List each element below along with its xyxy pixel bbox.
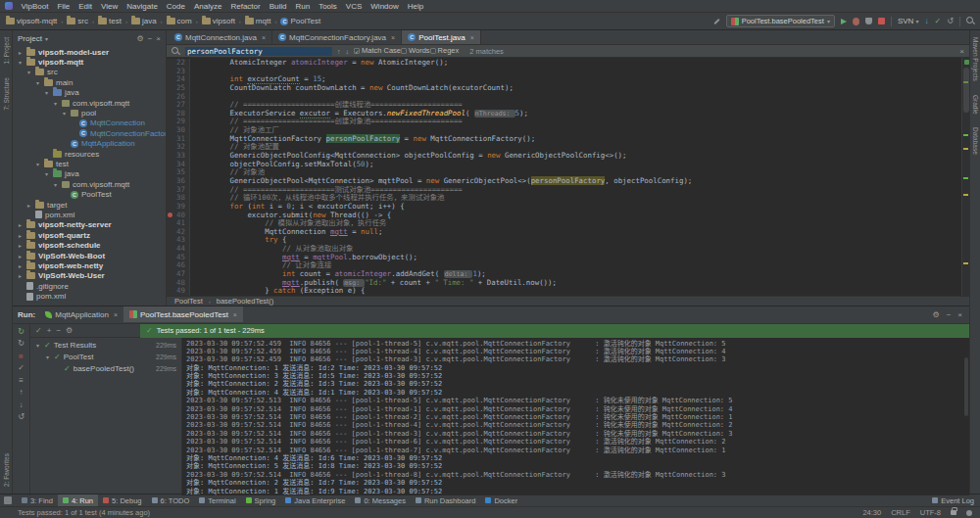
- tree-toggle-icon[interactable]: ▸: [17, 232, 24, 239]
- tree-toggle-icon[interactable]: ▾: [44, 353, 51, 360]
- scrollbar-thumb[interactable]: [963, 68, 969, 113]
- toolwindow-button-todo[interactable]: 6: TODO: [147, 494, 195, 506]
- toolwindow-button-find[interactable]: 3: Find: [17, 494, 58, 506]
- stop-button[interactable]: [878, 18, 885, 24]
- menu-item-refactor[interactable]: Refactor: [226, 2, 265, 11]
- tree-toggle-icon[interactable]: ▾: [43, 89, 50, 96]
- collapse-all-icon[interactable]: −: [56, 326, 61, 335]
- code-area[interactable]: 22 AtomicInteger atomicInteger = new Ato…: [167, 58, 961, 296]
- tree-item-VipSoft-Web-Boot[interactable]: ▸VipSoft-Web-Boot: [13, 251, 166, 260]
- close-tab-icon[interactable]: ×: [114, 311, 118, 318]
- stop-icon[interactable]: ■: [19, 352, 24, 360]
- tree-item-vipsoft-mqtt[interactable]: ▾vipsoft-mqtt: [13, 57, 166, 67]
- tree-item-java[interactable]: ▾java: [13, 88, 166, 98]
- tree-item-pom.xml[interactable]: pom.xml: [13, 291, 166, 301]
- search-everywhere-icon[interactable]: [966, 17, 975, 25]
- tree-item-vipsoft-web-netty[interactable]: ▸vipsoft-web-netty: [13, 260, 166, 270]
- test-tree-item-basePooledTest[interactable]: ✓basePooledTest()229ms: [30, 363, 181, 375]
- tree-item-MqttApplication[interactable]: CMqttApplication: [13, 139, 166, 149]
- minimize-panel-icon[interactable]: −: [947, 310, 952, 319]
- tree-item-pool[interactable]: ▾pool: [13, 108, 166, 118]
- stripe-button-Project[interactable]: 1: Project: [3, 30, 10, 71]
- tree-item-resources[interactable]: resources: [13, 149, 166, 159]
- toolwindow-button-javaenterprise[interactable]: Java Enterprise: [280, 494, 350, 506]
- tree-item-src[interactable]: ▾src: [13, 68, 166, 77]
- breadcrumb-basePooledTest[interactable]: basePooledTest(): [217, 297, 273, 306]
- prev-match-icon[interactable]: ↑: [337, 48, 341, 55]
- search-option-match-case[interactable]: ✓Match Case: [354, 46, 401, 55]
- menu-item-navigate[interactable]: Navigate: [122, 2, 163, 11]
- debug-button[interactable]: [853, 18, 859, 25]
- tree-item-MqttConnectionFactory[interactable]: CMqttConnectionFactory: [13, 128, 166, 138]
- test-tree-item-TestResults[interactable]: ▾✓Test Results229ms: [30, 340, 181, 352]
- tree-item-vipsoft-model-user[interactable]: ▸vipsoft-model-user: [13, 47, 166, 57]
- vcs-update-icon[interactable]: ↓: [925, 17, 929, 25]
- lock-icon[interactable]: [951, 510, 956, 515]
- expand-all-icon[interactable]: +: [47, 326, 52, 335]
- project-tree[interactable]: ▸vipsoft-model-user▾vipsoft-mqtt▾src▾mai…: [13, 46, 166, 306]
- close-tab-icon[interactable]: ×: [233, 311, 237, 318]
- menu-item-help[interactable]: Help: [403, 2, 427, 11]
- line-number[interactable]: 49: [167, 287, 190, 296]
- caret-position[interactable]: 24:30: [862, 508, 881, 517]
- run-button[interactable]: [841, 19, 847, 24]
- tree-item-target[interactable]: ▸target: [13, 200, 166, 210]
- sort-icon[interactable]: ≡: [19, 376, 24, 385]
- menu-item-file[interactable]: File: [53, 2, 74, 11]
- menu-item-vipboot[interactable]: VipBoot: [17, 2, 53, 11]
- tree-item-PoolTest[interactable]: CPoolTest: [13, 189, 166, 199]
- menu-item-code[interactable]: Code: [162, 2, 189, 11]
- editor-tab-MqttConnectionFactory.java[interactable]: CMqttConnectionFactory.java×: [272, 30, 402, 44]
- menu-item-tools[interactable]: Tools: [315, 2, 342, 11]
- tree-toggle-icon[interactable]: ▾: [52, 181, 59, 188]
- tree-item-VipSoft-Web-User[interactable]: ▸VipSoft-Web-User: [13, 271, 166, 281]
- test-tree[interactable]: ▾✓Test Results229ms▾✓PoolTest229ms✓baseP…: [30, 338, 182, 495]
- close-panel-icon[interactable]: ×: [957, 310, 962, 319]
- history-icon[interactable]: ↺: [18, 412, 24, 421]
- breadcrumb-mqtt[interactable]: mqtt: [244, 17, 272, 25]
- tree-toggle-icon[interactable]: ▸: [17, 262, 24, 269]
- build-icon[interactable]: [712, 18, 720, 25]
- toolwindow-button-rundashboard[interactable]: Run Dashboard: [411, 494, 481, 506]
- tree-item-vipsoft-netty-server[interactable]: ▸vipsoft-netty-server: [13, 220, 166, 230]
- stripe-button-Gradle[interactable]: Gradle: [972, 88, 979, 121]
- breadcrumb-src[interactable]: src: [66, 17, 89, 25]
- event-log-button[interactable]: Event Log: [932, 496, 976, 505]
- collapse-all-icon[interactable]: −: [148, 34, 153, 43]
- tree-item-java[interactable]: ▾java: [13, 169, 166, 179]
- console-output[interactable]: 2023-03-30 09:57:52.459 INFO 84656 --- […: [182, 338, 969, 495]
- breadcrumb-PoolTest[interactable]: CPoolTest: [279, 17, 321, 25]
- hide-panel-icon[interactable]: ×: [156, 34, 161, 43]
- close-tab-icon[interactable]: ×: [391, 34, 395, 41]
- tree-item-com.vipsoft.mqtt[interactable]: ▾com.vipsoft.mqtt: [13, 179, 166, 189]
- tree-item-.gitignore[interactable]: .gitignore: [13, 281, 166, 291]
- prev-failed-icon[interactable]: ↑: [20, 388, 24, 397]
- tree-item-pom.xml[interactable]: pom.xml: [13, 210, 166, 219]
- editor-scrollbar[interactable]: [961, 58, 969, 296]
- tree-item-vipsoft-quartz[interactable]: ▸vipsoft-quartz: [13, 230, 166, 240]
- stripe-button-Database[interactable]: Database: [972, 120, 979, 162]
- settings-gear-icon[interactable]: ⚙: [136, 34, 143, 43]
- tree-item-com.vipsoft.mqtt[interactable]: ▾com.vipsoft.mqtt: [13, 98, 166, 108]
- stripe-button-Structure[interactable]: 7: Structure: [3, 71, 10, 118]
- run-settings-gear-icon[interactable]: ⚙: [932, 310, 939, 319]
- test-tree-item-PoolTest[interactable]: ▾✓PoolTest229ms: [30, 352, 181, 363]
- tree-toggle-icon[interactable]: ▸: [17, 242, 24, 249]
- search-option-regex[interactable]: Regex: [430, 46, 460, 55]
- coverage-button[interactable]: [865, 18, 872, 24]
- tree-toggle-icon[interactable]: ▾: [25, 69, 32, 75]
- toolwindow-button-docker[interactable]: Docker: [480, 494, 522, 506]
- tree-toggle-icon[interactable]: ▾: [52, 100, 59, 107]
- breadcrumb-java[interactable]: java: [130, 17, 158, 25]
- checkbox-icon[interactable]: ✓: [354, 48, 360, 54]
- rerun-failed-icon[interactable]: ↻: [18, 339, 24, 348]
- line-ending[interactable]: CRLF: [891, 508, 910, 517]
- search-input[interactable]: personPoolFactory: [185, 47, 332, 56]
- stripe-button-Favorites[interactable]: 2: Favorites: [3, 447, 10, 494]
- menu-item-window[interactable]: Window: [367, 2, 403, 11]
- tree-toggle-icon[interactable]: ▾: [61, 110, 68, 117]
- next-match-icon[interactable]: ↓: [346, 48, 350, 55]
- breadcrumb-vipsoft[interactable]: vipsoft: [201, 17, 236, 25]
- editor-tab-PoolTest.java[interactable]: CPoolTest.java×: [402, 30, 481, 44]
- run-configuration-select[interactable]: PoolTest.basePooledTest ▾: [726, 15, 835, 27]
